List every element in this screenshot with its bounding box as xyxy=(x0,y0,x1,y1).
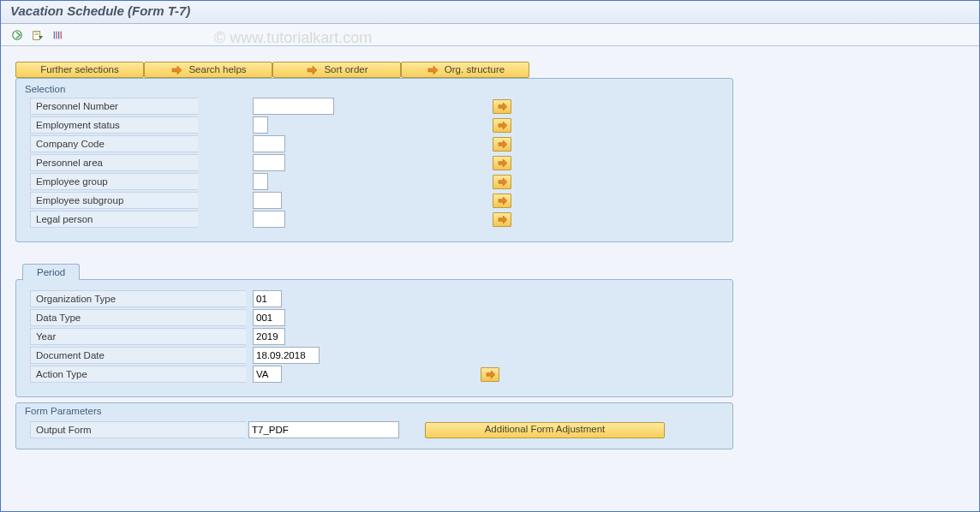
arrow-right-icon xyxy=(170,63,183,76)
employee-group-label: Employee group xyxy=(30,173,198,190)
svg-rect-1 xyxy=(33,31,40,39)
employment-status-label: Employment status xyxy=(30,116,198,134)
form-parameters-group: Form Parameters Output Form Additional F… xyxy=(15,402,733,449)
additional-form-adjustment-button[interactable]: Additional Form Adjustment xyxy=(425,422,665,438)
multi-select-button[interactable] xyxy=(493,118,511,133)
selection-title: Selection xyxy=(25,84,724,98)
svg-rect-6 xyxy=(58,31,59,39)
company-code-label: Company Code xyxy=(30,135,198,152)
output-form-input[interactable] xyxy=(248,421,399,438)
form-parameters-title: Form Parameters xyxy=(25,403,724,421)
data-type-input[interactable] xyxy=(253,309,285,326)
document-date-label: Document Date xyxy=(30,347,246,364)
employee-group-input[interactable] xyxy=(253,173,268,190)
toolbar xyxy=(0,24,980,46)
company-code-input[interactable] xyxy=(253,135,285,152)
sort-order-button[interactable]: Sort order xyxy=(272,62,401,78)
personnel-number-label: Personnel Number xyxy=(30,98,198,115)
multi-select-button[interactable] xyxy=(493,156,511,170)
organization-type-label: Organization Type xyxy=(30,290,246,307)
legal-person-input[interactable] xyxy=(253,211,285,228)
multi-select-button[interactable] xyxy=(493,99,511,114)
svg-rect-3 xyxy=(35,34,39,35)
multi-select-button[interactable] xyxy=(493,137,511,152)
get-variant-icon[interactable] xyxy=(31,28,45,42)
year-label: Year xyxy=(30,328,246,345)
search-helps-button[interactable]: Search helps xyxy=(144,62,272,78)
employee-subgroup-input[interactable] xyxy=(253,192,282,209)
output-form-label: Output Form xyxy=(30,421,246,438)
action-type-input[interactable] xyxy=(253,366,282,383)
multi-select-button[interactable] xyxy=(493,212,511,227)
year-input[interactable] xyxy=(253,328,285,345)
document-date-input[interactable] xyxy=(253,347,320,364)
legal-person-label: Legal person xyxy=(30,211,198,228)
svg-rect-4 xyxy=(54,31,55,39)
selection-group: Selection Personnel Number Employment st… xyxy=(15,78,733,242)
svg-rect-2 xyxy=(35,33,39,33)
arrow-right-icon xyxy=(305,63,319,76)
period-group: Organization Type Data Type Year Documen… xyxy=(15,279,733,397)
further-selections-button[interactable]: Further selections xyxy=(15,62,144,78)
employee-subgroup-label: Employee subgroup xyxy=(30,192,198,209)
multi-select-button[interactable] xyxy=(493,175,511,189)
org-structure-button[interactable]: Org. structure xyxy=(401,62,529,78)
personnel-area-label: Personnel area xyxy=(30,154,198,171)
action-type-label: Action Type xyxy=(30,366,246,383)
personnel-number-input[interactable] xyxy=(253,98,334,115)
organization-type-input[interactable] xyxy=(253,290,282,307)
tab-period[interactable]: Period xyxy=(22,264,80,280)
personnel-area-input[interactable] xyxy=(253,154,285,171)
execute-icon[interactable] xyxy=(10,28,24,42)
svg-rect-7 xyxy=(61,31,62,39)
barcode-icon[interactable] xyxy=(51,28,65,42)
arrow-right-icon xyxy=(426,63,439,76)
multi-select-button[interactable] xyxy=(493,193,511,208)
data-type-label: Data Type xyxy=(30,309,246,326)
title-bar: Vacation Schedule (Form T-7) xyxy=(0,0,980,24)
svg-rect-5 xyxy=(56,31,57,39)
page-title: Vacation Schedule (Form T-7) xyxy=(10,3,970,18)
multi-select-button[interactable] xyxy=(481,367,499,382)
button-bar: Further selections Search helps Sort ord… xyxy=(15,62,965,78)
employment-status-input[interactable] xyxy=(253,116,268,134)
